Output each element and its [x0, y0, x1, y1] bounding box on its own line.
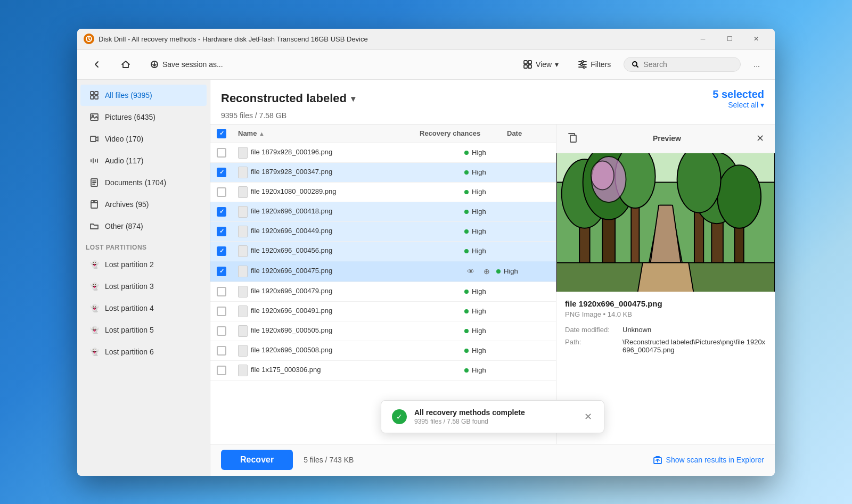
- toast-subtitle: 9395 files / 7.58 GB found: [414, 418, 576, 425]
- home-button[interactable]: [114, 56, 137, 72]
- recovery-dot: [464, 151, 469, 155]
- select-all-button[interactable]: Select all ▾: [728, 101, 764, 109]
- svg-rect-3: [528, 61, 531, 64]
- more-button[interactable]: ...: [747, 57, 766, 72]
- panel-header: Reconstructed labeled ▾ 5 selected Selec…: [210, 80, 775, 125]
- preview-close-button[interactable]: ✕: [754, 130, 766, 146]
- file-checkbox[interactable]: [217, 307, 226, 316]
- table-row[interactable]: file 1920x1080_000289.pngHigh: [210, 183, 556, 202]
- sidebar-item-label: Audio (117): [105, 156, 143, 165]
- file-name: file 1879x928_000347.png: [251, 168, 332, 176]
- dropdown-icon[interactable]: ▾: [351, 94, 355, 104]
- svg-rect-2: [524, 61, 527, 64]
- sidebar-item-lost-partition-5[interactable]: 👻 Lost partition 5: [80, 319, 207, 341]
- sidebar-item-documents[interactable]: Documents (1704): [80, 172, 207, 193]
- sidebar-item-lost-partition-6[interactable]: 👻 Lost partition 6: [80, 341, 207, 362]
- table-row[interactable]: file 1920x696_000479.pngHigh: [210, 282, 556, 302]
- svg-rect-5: [528, 65, 531, 68]
- back-button[interactable]: [86, 56, 108, 72]
- selected-count: 5 selected: [712, 88, 764, 101]
- preview-type: PNG Image • 14.0 KB: [565, 310, 766, 318]
- table-row[interactable]: file 1920x696_000418.pngHigh: [210, 202, 556, 222]
- recovery-dot: [496, 269, 501, 274]
- sidebar-item-pictures[interactable]: Pictures (6435): [80, 106, 207, 128]
- copy-button[interactable]: [565, 130, 580, 147]
- table-row[interactable]: file 1879x928_000347.pngHigh: [210, 163, 556, 183]
- table-row[interactable]: file 1920x696_000449.pngHigh: [210, 222, 556, 242]
- preview-header: Preview ✕: [556, 125, 775, 153]
- table-row[interactable]: file 1920x696_000475.png👁⊕High: [210, 261, 556, 282]
- recovery-text: High: [472, 188, 486, 196]
- file-checkbox[interactable]: [217, 227, 226, 236]
- svg-rect-25: [570, 135, 576, 142]
- close-button[interactable]: ✕: [744, 30, 768, 47]
- toast-title: All recovery methods complete: [414, 408, 576, 417]
- sidebar-item-lost-partition-4[interactable]: 👻 Lost partition 4: [80, 298, 207, 319]
- sidebar-item-audio[interactable]: Audio (117): [80, 150, 207, 171]
- table-row[interactable]: file 1920x696_000505.pngHigh: [210, 321, 556, 341]
- svg-rect-21: [91, 201, 97, 208]
- file-checkbox[interactable]: [217, 187, 226, 197]
- move-icon[interactable]: ⊕: [480, 265, 493, 278]
- preview-path-value: \Reconstructed labeled\Pictures\png\file…: [622, 338, 766, 354]
- recovery-text: High: [472, 168, 486, 176]
- sidebar-item-label: All files (9395): [105, 91, 152, 100]
- table-row[interactable]: file 1879x928_000196.pngHigh: [210, 143, 556, 163]
- bottom-bar: Recover 5 files / 743 KB Show scan resul…: [210, 444, 775, 476]
- title-bar: Disk Drill - All recovery methods - Hard…: [77, 29, 775, 50]
- recovery-dot: [464, 170, 469, 175]
- file-checkbox[interactable]: [217, 346, 226, 356]
- file-checkbox[interactable]: [217, 246, 226, 256]
- file-checkbox[interactable]: [217, 207, 226, 217]
- file-checkbox[interactable]: [217, 326, 226, 336]
- search-box[interactable]: [624, 57, 741, 72]
- minimize-button[interactable]: ─: [691, 30, 715, 47]
- sidebar-item-archives[interactable]: Archives (95): [80, 194, 207, 215]
- toast-close-button[interactable]: ✕: [583, 410, 593, 424]
- header-checkbox[interactable]: [217, 129, 226, 138]
- toast-success-icon: ✓: [392, 409, 407, 424]
- sidebar-item-lost-partition-3[interactable]: 👻 Lost partition 3: [80, 276, 207, 297]
- folder-icon: [89, 221, 100, 232]
- file-checkbox[interactable]: [217, 168, 226, 177]
- filters-button[interactable]: Filters: [571, 56, 617, 72]
- table-row[interactable]: file 1920x696_000491.pngHigh: [210, 302, 556, 321]
- panel-title: Reconstructed labeled ▾: [221, 92, 355, 105]
- sidebar-item-all-files[interactable]: All files (9395): [80, 85, 207, 106]
- file-checkbox[interactable]: [217, 267, 226, 276]
- save-session-button[interactable]: Save session as...: [143, 56, 230, 72]
- recovery-text: High: [472, 148, 486, 156]
- documents-icon: [89, 177, 100, 188]
- sidebar-item-label: Video (170): [105, 135, 143, 143]
- selected-size: 5 files / 743 KB: [304, 456, 354, 464]
- recovery-text: High: [472, 227, 486, 235]
- file-checkbox[interactable]: [217, 148, 226, 158]
- maximize-button[interactable]: ☐: [717, 30, 742, 47]
- recover-button[interactable]: Recover: [221, 450, 293, 470]
- recovery-text: High: [472, 287, 486, 295]
- sidebar-item-other[interactable]: Other (874): [80, 216, 207, 237]
- table-row[interactable]: file 1x175_000306.pngHigh: [210, 361, 556, 381]
- preview-date-row: Date modified: Unknown: [565, 326, 766, 334]
- preview-icon[interactable]: 👁: [464, 265, 477, 278]
- svg-rect-4: [524, 65, 527, 68]
- file-checkbox[interactable]: [217, 366, 226, 375]
- preview-path-row: Path: \Reconstructed labeled\Pictures\pn…: [565, 338, 766, 354]
- table-row[interactable]: file 1920x696_000456.pngHigh: [210, 242, 556, 261]
- sidebar-item-lost-partition-2[interactable]: 👻 Lost partition 2: [80, 254, 207, 275]
- file-checkbox[interactable]: [217, 287, 226, 296]
- ghost-icon: 👻: [89, 346, 100, 357]
- view-button[interactable]: View ▾: [517, 56, 565, 72]
- ghost-icon: 👻: [89, 325, 100, 335]
- right-panel: Reconstructed labeled ▾ 5 selected Selec…: [210, 80, 775, 476]
- file-name: file 1920x696_000418.png: [251, 207, 332, 215]
- search-input[interactable]: [643, 60, 728, 69]
- svg-point-8: [583, 66, 585, 68]
- sidebar-item-label: Pictures (6435): [105, 113, 155, 121]
- table-row[interactable]: file 1920x696_000508.pngHigh: [210, 341, 556, 361]
- toolbar: Save session as... View ▾ Filters ...: [77, 50, 775, 80]
- preview-filename: file 1920x696_000475.png: [565, 299, 766, 308]
- show-in-explorer-link[interactable]: Show scan results in Explorer: [653, 456, 764, 464]
- sidebar-item-video[interactable]: Video (170): [80, 128, 207, 150]
- recovery-dot: [464, 368, 469, 373]
